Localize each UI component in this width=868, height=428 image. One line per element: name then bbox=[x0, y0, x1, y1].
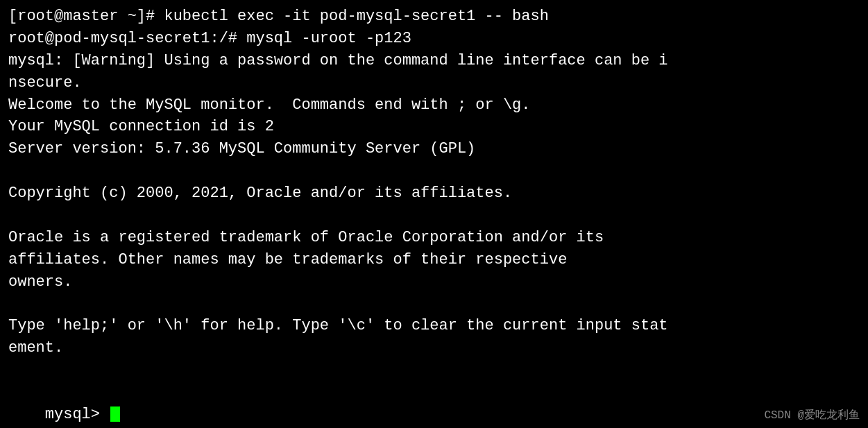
terminal-line-3: mysql: [Warning] Using a password on the… bbox=[8, 50, 860, 72]
terminal-line-1: [root@master ~]# kubectl exec -it pod-my… bbox=[8, 6, 860, 28]
terminal-line-6: Your MySQL connection id is 2 bbox=[8, 116, 860, 138]
terminal-line-11: Oracle is a registered trademark of Orac… bbox=[8, 227, 860, 249]
terminal-line-7: Server version: 5.7.36 MySQL Community S… bbox=[8, 138, 860, 160]
terminal-line-8 bbox=[8, 160, 860, 182]
terminal-line-9: Copyright (c) 2000, 2021, Oracle and/or … bbox=[8, 182, 860, 205]
terminal-line-2: root@pod-mysql-secret1:/# mysql -uroot -… bbox=[8, 28, 860, 50]
terminal-line-5: Welcome to the MySQL monitor. Commands e… bbox=[8, 94, 860, 117]
terminal-line-14 bbox=[8, 293, 860, 316]
terminal-line-17 bbox=[8, 359, 860, 382]
terminal-line-13: owners. bbox=[8, 271, 860, 293]
terminal-line-12: affiliates. Other names may be trademark… bbox=[8, 249, 860, 271]
terminal-window: [root@master ~]# kubectl exec -it pod-my… bbox=[0, 0, 868, 428]
terminal-line-15: Type 'help;' or '\h' for help. Type '\c'… bbox=[8, 315, 860, 337]
terminal-cursor bbox=[110, 406, 120, 422]
watermark-text: CSDN @爱吃龙利鱼 bbox=[764, 408, 860, 422]
terminal-line-16: ement. bbox=[8, 337, 860, 359]
terminal-line-4: nsecure. bbox=[8, 72, 860, 94]
terminal-line-10 bbox=[8, 205, 860, 227]
terminal-prompt-line[interactable]: mysql> bbox=[8, 382, 860, 428]
mysql-prompt-text: mysql> bbox=[45, 406, 109, 423]
